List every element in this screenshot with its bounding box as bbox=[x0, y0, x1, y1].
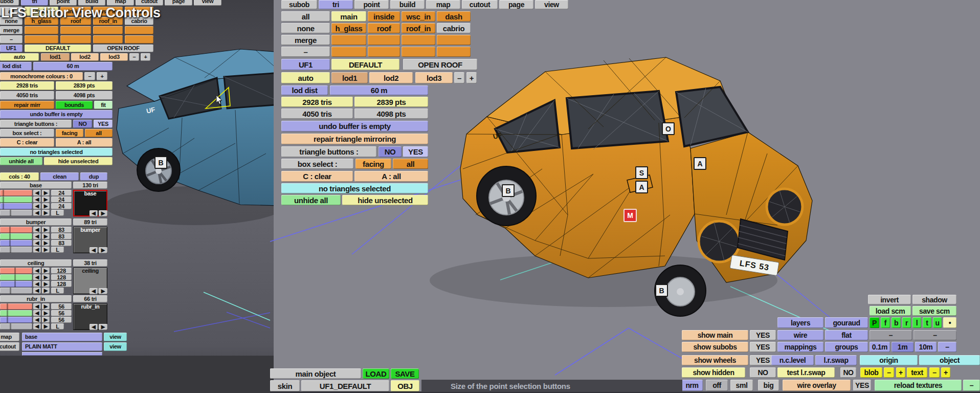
test-lr-swap-value[interactable]: NO bbox=[840, 367, 856, 378]
clean-button[interactable]: clean bbox=[40, 172, 79, 181]
slider-left-arrow-button[interactable]: ◀ bbox=[33, 233, 41, 239]
colour-group-name[interactable]: bumper bbox=[0, 219, 72, 226]
cutout-plain-matt[interactable]: PLAIN MATT bbox=[22, 342, 102, 351]
point-marker[interactable]: B bbox=[502, 184, 515, 197]
point-marker[interactable]: S bbox=[635, 166, 648, 179]
colour-slider[interactable] bbox=[0, 268, 32, 274]
cutout-label[interactable]: cutout bbox=[0, 342, 19, 351]
cutout-view-button[interactable]: view bbox=[104, 342, 127, 351]
swatch-right-arrow-button[interactable]: ▶ bbox=[99, 288, 107, 294]
colour-slider[interactable] bbox=[0, 303, 32, 310]
colour-value[interactable]: 83 bbox=[51, 227, 72, 233]
wire-overlay-label[interactable]: wire overlay bbox=[783, 380, 851, 391]
variant-default[interactable]: DEFAULT bbox=[25, 45, 91, 52]
show-subobs-value[interactable]: YES bbox=[750, 342, 776, 352]
grid-1m-button[interactable]: 1m bbox=[892, 342, 914, 352]
repair-mirr-button[interactable]: repair mirr bbox=[0, 101, 54, 109]
lod2-button[interactable]: lod2 bbox=[369, 72, 413, 83]
tab-tri[interactable]: tri bbox=[319, 0, 353, 9]
colour-group-name[interactable]: base bbox=[0, 182, 72, 189]
lod-dist-value[interactable]: 60 m bbox=[33, 62, 113, 71]
colour-slider[interactable] bbox=[0, 247, 32, 253]
empty-slot[interactable] bbox=[402, 35, 435, 45]
lr-swap-button[interactable]: l.r.swap bbox=[815, 355, 857, 365]
colour-slider[interactable] bbox=[0, 288, 32, 294]
colour-slider[interactable] bbox=[0, 240, 32, 246]
slider-left-arrow-button[interactable]: ◀ bbox=[33, 274, 41, 280]
nc-level-button[interactable]: n.c.level bbox=[771, 355, 814, 365]
show-wheels-label[interactable]: show wheels bbox=[682, 355, 748, 365]
slider-left-arrow-button[interactable]: ◀ bbox=[33, 210, 41, 216]
colour-value[interactable]: 56 bbox=[51, 317, 72, 323]
point-marker[interactable]: A bbox=[635, 181, 648, 193]
subobj-main-button[interactable]: main bbox=[331, 11, 366, 21]
tab-build[interactable]: build bbox=[390, 0, 425, 9]
monochrome-plus-button[interactable]: + bbox=[97, 72, 107, 80]
subobj-none-button[interactable]: none bbox=[281, 23, 330, 33]
tab-point[interactable]: point bbox=[354, 0, 389, 9]
point-marker[interactable]: B bbox=[655, 284, 668, 297]
lod-dist-value[interactable]: 60 m bbox=[330, 85, 428, 95]
colour-value[interactable]: 128 bbox=[51, 274, 72, 280]
slider-right-arrow-button[interactable]: ▶ bbox=[42, 323, 50, 330]
colour-value[interactable]: 128 bbox=[51, 281, 72, 287]
invert-button[interactable]: invert bbox=[868, 295, 911, 304]
show-main-label[interactable]: show main bbox=[682, 330, 748, 340]
empty-slot[interactable] bbox=[25, 26, 58, 34]
slider-right-arrow-button[interactable]: ▶ bbox=[42, 196, 50, 203]
colour-slider[interactable] bbox=[0, 317, 32, 323]
colour-value[interactable]: 83 bbox=[51, 240, 72, 246]
swatch-right-arrow-button[interactable]: ▶ bbox=[99, 324, 107, 330]
skin-label[interactable]: skin bbox=[270, 380, 300, 391]
unhide-all-button[interactable]: unhide all bbox=[0, 157, 42, 165]
lightness-button[interactable]: L bbox=[51, 323, 64, 330]
slider-left-arrow-button[interactable]: ◀ bbox=[33, 196, 41, 203]
grid-01m-button[interactable]: 0.1m bbox=[870, 342, 890, 352]
tab-map[interactable]: map bbox=[426, 0, 460, 9]
save-button[interactable]: SAVE bbox=[391, 368, 419, 379]
colour-slider[interactable] bbox=[0, 210, 32, 216]
slider-left-arrow-button[interactable]: ◀ bbox=[33, 281, 41, 287]
point-marker[interactable]: A bbox=[694, 157, 706, 170]
variant-uf1[interactable]: UF1 bbox=[281, 59, 330, 70]
tab-subob[interactable]: subob bbox=[281, 0, 317, 9]
lightness-button[interactable]: L bbox=[51, 288, 64, 294]
swatch-left-arrow-button[interactable]: ◀ bbox=[90, 288, 98, 294]
variant-open-roof[interactable]: OPEN ROOF bbox=[93, 45, 153, 52]
empty-slot[interactable] bbox=[60, 26, 91, 34]
grid-10m-button[interactable]: 10m bbox=[915, 342, 937, 352]
empty-slot[interactable] bbox=[368, 35, 400, 45]
lightness-button[interactable]: L bbox=[51, 247, 64, 253]
triangle-buttons-no[interactable]: NO bbox=[378, 146, 402, 157]
skin-name[interactable]: UF1_DEFAULT bbox=[301, 380, 389, 391]
empty-slot[interactable] bbox=[93, 26, 123, 34]
empty-option[interactable]: – bbox=[914, 330, 956, 340]
triangle-buttons-yes[interactable]: YES bbox=[403, 146, 428, 157]
lod1-button[interactable]: lod1 bbox=[331, 72, 368, 83]
swatch-right-arrow-button[interactable]: ▶ bbox=[99, 210, 107, 216]
slider-left-arrow-button[interactable]: ◀ bbox=[33, 303, 41, 310]
blob-plus-button[interactable]: + bbox=[896, 367, 905, 378]
colour-value[interactable]: 24 bbox=[51, 190, 72, 196]
mappings-button[interactable]: mappings bbox=[777, 342, 823, 352]
slider-right-arrow-button[interactable]: ▶ bbox=[42, 210, 50, 216]
dash-button[interactable]: – bbox=[281, 47, 330, 57]
slider-left-arrow-button[interactable]: ◀ bbox=[33, 268, 41, 274]
groups-button[interactable]: groups bbox=[825, 342, 868, 352]
clear-selection-button[interactable]: C : clear bbox=[0, 138, 54, 147]
slider-left-arrow-button[interactable]: ◀ bbox=[33, 310, 41, 316]
unhide-all-button[interactable]: unhide all bbox=[281, 195, 341, 205]
empty-slot[interactable] bbox=[60, 35, 91, 43]
empty-slot[interactable] bbox=[331, 35, 366, 45]
size-sml-button[interactable]: sml bbox=[730, 380, 753, 391]
slider-left-arrow-button[interactable]: ◀ bbox=[33, 240, 41, 246]
lod3-button[interactable]: lod3 bbox=[415, 72, 453, 83]
variant-default[interactable]: DEFAULT bbox=[331, 59, 399, 70]
tab-cutout[interactable]: cutout bbox=[462, 0, 498, 9]
cols-count[interactable]: cols : 40 bbox=[0, 172, 39, 181]
swatch-left-arrow-button[interactable]: ◀ bbox=[90, 247, 98, 253]
wire-button[interactable]: wire bbox=[777, 330, 823, 340]
slider-left-arrow-button[interactable]: ◀ bbox=[33, 227, 41, 233]
point-marker[interactable]: B bbox=[154, 156, 167, 169]
colour-group-name[interactable]: rubr_in bbox=[0, 295, 72, 302]
